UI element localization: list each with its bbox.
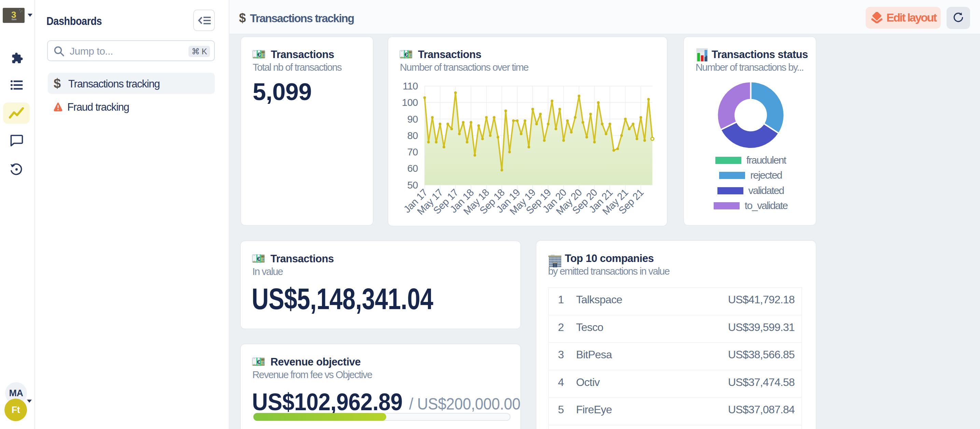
svg-text:80: 80 [407,130,418,141]
svg-text:70: 70 [407,147,418,158]
svg-text:€: € [258,51,261,58]
svg-text:00: 00 [261,255,264,258]
svg-text:00: 00 [261,358,264,361]
svg-text:00: 00 [261,51,265,54]
svg-text:100: 100 [402,97,418,108]
svg-text:€: € [257,359,261,365]
svg-text:50: 50 [407,180,418,191]
svg-text:110: 110 [402,81,418,91]
svg-text:60: 60 [407,163,418,174]
svg-text:€: € [257,256,261,262]
svg-text:90: 90 [407,114,418,125]
